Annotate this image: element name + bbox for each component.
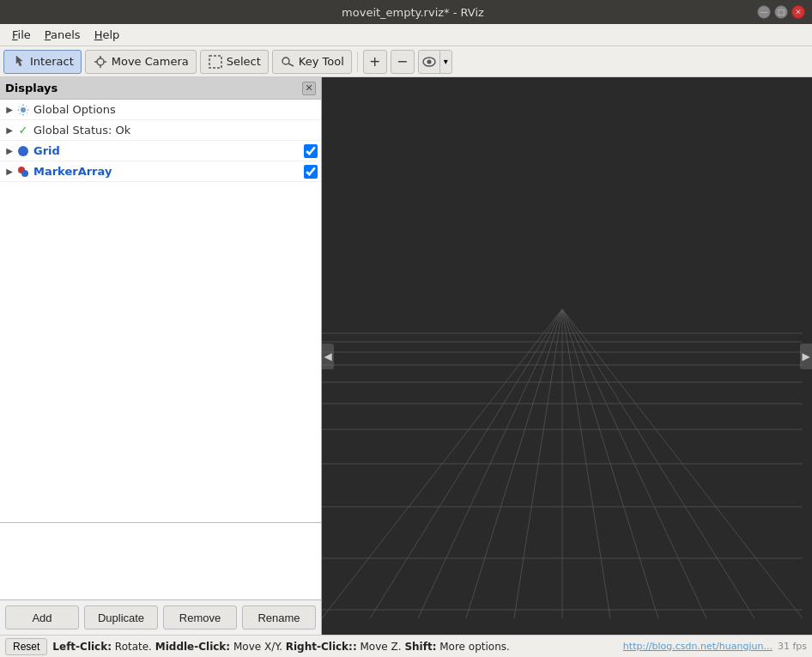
eye-icon [419,50,439,74]
move-camera-button[interactable]: Move Camera [85,50,197,74]
duplicate-button[interactable]: Duplicate [84,605,158,630]
svg-rect-5 [209,56,221,68]
marker-array-label: MarkerArray [33,165,304,178]
menu-panels[interactable]: Panels [38,27,88,43]
dot-icon-grid [15,143,31,159]
close-button[interactable]: ✕ [791,5,805,19]
move-camera-icon [93,54,108,70]
displays-header: Displays ✕ [0,77,321,100]
interact-label: Interact [30,55,74,68]
main-content: Displays ✕ ▶ Global Options [0,77,812,635]
global-options-label: Global Options [33,103,318,116]
svg-point-9 [427,59,431,64]
url-link[interactable]: http://blog.csdn.net/huangjun... [623,641,773,652]
status-bar: Reset Left-Click: Rotate. Middle-Click: … [0,635,812,657]
add-button[interactable]: Add [5,605,79,630]
maximize-button[interactable]: □ [774,5,788,19]
viewport-collapse-right[interactable]: ▶ [800,344,812,369]
viewport-3d[interactable]: ◀ ▶ [322,77,812,635]
svg-point-6 [282,58,289,64]
grid-label: Grid [33,144,304,157]
title-bar: moveit_empty.rviz* - RViz — □ ✕ [0,0,812,24]
tree-item-grid[interactable]: ▶ Grid [0,141,321,161]
key-tool-button[interactable]: Key Tool [272,50,352,74]
viewport-collapse-left[interactable]: ◀ [322,344,334,369]
fps-counter: 31 fps [778,641,807,652]
key-tool-label: Key Tool [299,55,344,68]
expand-arrow-marker-array[interactable]: ▶ [3,166,15,178]
svg-point-10 [21,107,26,113]
gear-icon-global-options [15,102,31,118]
select-icon [208,54,223,70]
window-title: moveit_empty.rviz* - RViz [69,6,757,19]
window-controls: — □ ✕ [757,5,812,19]
displays-title: Displays [5,82,58,94]
interact-icon [11,54,27,70]
checkmark-icon-global-status: ✓ [15,123,31,138]
toolbar-separator [357,52,358,72]
zoom-out-button[interactable]: − [391,50,415,74]
global-status-label: Global Status: Ok [33,124,318,137]
tree-container[interactable]: ▶ Global Options ▶ ✓ Global St [0,100,321,522]
svg-point-11 [18,146,28,156]
rename-button[interactable]: Rename [242,605,316,630]
expand-arrow-grid[interactable]: ▶ [3,145,15,157]
tree-item-global-status[interactable]: ▶ ✓ Global Status: Ok [0,120,321,141]
tree-item-global-options[interactable]: ▶ Global Options [0,100,321,120]
view-dropdown-arrow[interactable]: ▾ [439,50,451,74]
select-button[interactable]: Select [200,50,269,74]
marker-array-checkbox[interactable] [304,165,318,179]
grid-checkbox[interactable] [304,144,318,158]
remove-button[interactable]: Remove [163,605,237,630]
properties-panel [0,522,321,599]
minimize-button[interactable]: — [757,5,771,19]
interact-button[interactable]: Interact [3,50,82,74]
menu-file[interactable]: File [5,27,38,43]
menu-help[interactable]: Help [88,27,127,43]
reset-button[interactable]: Reset [5,638,47,655]
dot-icon-marker-array [15,164,31,179]
grid-visualization [322,77,812,635]
svg-line-7 [288,64,294,66]
svg-point-0 [97,58,104,65]
bottom-buttons: Add Duplicate Remove Rename [0,599,321,635]
toolbar: Interact Move Camera Select [0,46,812,77]
key-icon [280,54,295,70]
displays-panel: Displays ✕ ▶ Global Options [0,77,321,522]
status-text: Left-Click: Rotate. Middle-Click: Move X… [52,641,617,653]
left-panel: Displays ✕ ▶ Global Options [0,77,322,635]
menu-bar: File Panels Help [0,24,812,46]
view-button[interactable]: ▾ [418,50,452,74]
close-displays-button[interactable]: ✕ [302,82,316,95]
tree-item-marker-array[interactable]: ▶ MarkerArray [0,161,321,182]
expand-arrow-global-options[interactable]: ▶ [3,104,15,116]
select-label: Select [227,55,261,68]
zoom-in-button[interactable]: + [363,50,387,74]
expand-arrow-global-status[interactable]: ▶ [3,125,15,137]
move-camera-label: Move Camera [112,55,189,68]
svg-point-13 [21,170,28,177]
